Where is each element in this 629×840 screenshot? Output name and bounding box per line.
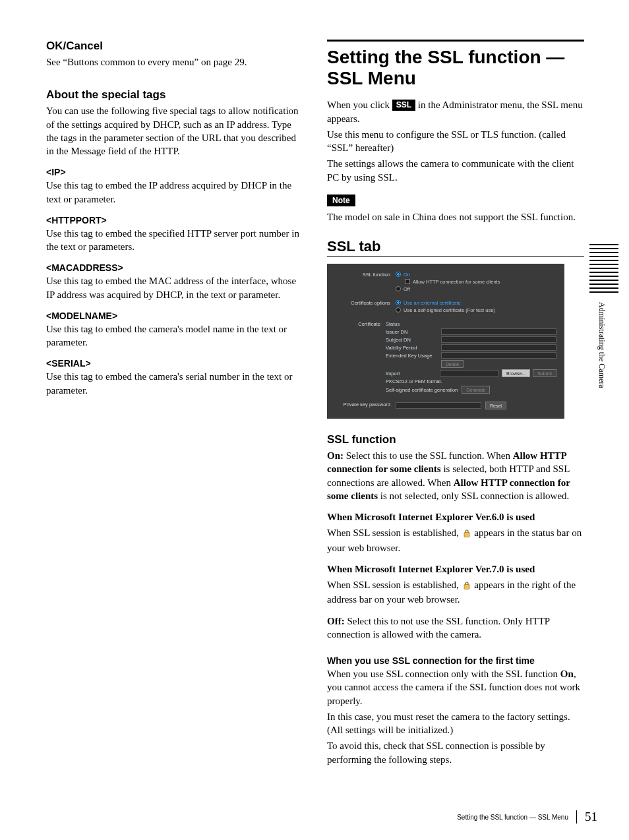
ok-cancel-heading: OK/Cancel xyxy=(46,40,303,53)
intro-line-3: The settings allows the camera to commun… xyxy=(327,157,584,184)
shot-allow-http-row[interactable]: Allow HTTP connection for some clients xyxy=(396,279,556,285)
shot-external-text: Use an external certificate xyxy=(404,300,461,306)
side-tab-label: Administrating the Camera xyxy=(597,302,607,388)
note-body: The model on sale in China does not supp… xyxy=(327,210,584,224)
shot-selfsigned-text: Use a self-signed certificate (For test … xyxy=(404,307,495,313)
side-index-bars xyxy=(589,244,618,295)
ssl-on-paragraph: On: Select this to use the SSL function.… xyxy=(327,449,584,502)
shot-pk-label: Private key password xyxy=(335,402,396,407)
shot-browse-button[interactable]: Browse... xyxy=(502,369,530,377)
ft1-bold: On xyxy=(560,669,574,679)
shot-radio-on-row[interactable]: On xyxy=(396,272,556,278)
page-content: OK/Cancel See “Buttons common to every m… xyxy=(0,0,629,769)
on-body-3: is not selected, only SSL connection is … xyxy=(378,491,569,501)
shot-allow-http-text: Allow HTTP connection for some clients xyxy=(413,279,500,285)
left-column: OK/Cancel See “Buttons common to every m… xyxy=(46,40,303,769)
on-label: On: xyxy=(327,450,344,461)
ie6-heading: When Microsoft Internet Explorer Ver.6.0… xyxy=(327,510,584,524)
ssl-function-subheading: SSL function xyxy=(327,433,584,446)
shot-subjectdn-label: Subject DN xyxy=(386,337,437,343)
svg-rect-0 xyxy=(464,533,469,537)
footer-caption: Setting the SSL function — SSL Menu xyxy=(457,814,568,821)
page-footer: Setting the SSL function — SSL Menu 51 xyxy=(457,810,597,824)
tag-httpport-heading: <HTTPPORT> xyxy=(46,215,303,225)
first-time-body-3: To avoid this, check that SSL connection… xyxy=(327,739,584,766)
shot-on-text: On xyxy=(404,272,410,278)
shot-cert-options-label: Certificate options xyxy=(335,300,396,306)
shot-issuerdn-label: Issuer DN xyxy=(386,329,437,335)
right-column: Setting the SSL function — SSL Menu When… xyxy=(327,40,584,769)
radio-on-icon xyxy=(396,272,401,277)
intro-prefix: When you click xyxy=(327,100,392,110)
page-number: 51 xyxy=(585,810,597,824)
ssl-tab-heading: SSL tab xyxy=(327,238,584,257)
special-tags-intro: You can use the following five special t… xyxy=(46,104,303,158)
tag-macaddress-desc: Use this tag to embed the MAC address of… xyxy=(46,274,303,301)
shot-extkey-input[interactable] xyxy=(441,352,556,359)
special-tags-heading: About the special tags xyxy=(46,88,303,102)
shot-ssl-function-label: SSL function xyxy=(335,272,396,278)
tag-serial-desc: Use this tag to embed the camera's seria… xyxy=(46,370,303,397)
ie7-body: When SSL session is established, appears… xyxy=(327,578,584,607)
tag-ip-desc: Use this tag to embed the IP address acq… xyxy=(46,179,303,206)
ie7-pre: When SSL session is established, xyxy=(327,580,462,590)
shot-validity-label: Validity Period xyxy=(386,345,437,351)
note-label: Note xyxy=(327,195,355,206)
shot-reset-button[interactable]: Reset xyxy=(485,402,506,409)
ie6-pre: When SSL session is established, xyxy=(327,527,462,538)
ie6-body: When SSL session is established, appears… xyxy=(327,526,584,555)
ssl-pill: SSL xyxy=(392,100,415,110)
ssl-off-paragraph: Off: Select this to not use the SSL func… xyxy=(327,615,584,642)
shot-import-label: Import xyxy=(386,371,437,376)
shot-pkcs-hint: PKCS#12 or PEM format. xyxy=(386,378,442,384)
shot-subjectdn-input[interactable] xyxy=(441,336,556,343)
shot-off-text: Off xyxy=(404,286,410,292)
shot-validity-input[interactable] xyxy=(441,344,556,351)
intro-line-1: When you click SSL in the Administrator … xyxy=(327,98,584,125)
off-body: Select this to not use the SSL function.… xyxy=(327,616,550,640)
tag-httpport-desc: Use this tag to embed the specified HTTP… xyxy=(46,227,303,254)
shot-radio-selfsigned-row[interactable]: Use a self-signed certificate (For test … xyxy=(396,307,556,313)
ie7-heading: When Microsoft Internet Explorer Ver.7.0… xyxy=(327,562,584,576)
shot-certificate-label: Certificate xyxy=(335,321,386,327)
ft1-pre: When you use SSL connection only with th… xyxy=(327,669,560,679)
shot-issuerdn-input[interactable] xyxy=(441,328,556,335)
radio-external-icon xyxy=(396,300,401,305)
tag-macaddress-heading: <MACADDRESS> xyxy=(46,262,303,273)
page-title: Setting the SSL function — SSL Menu xyxy=(327,40,584,89)
shot-status-label: Status xyxy=(386,321,437,327)
lock-icon xyxy=(463,527,471,541)
checkbox-icon xyxy=(405,279,410,284)
intro-line-2: Use this menu to configure the SSL or TL… xyxy=(327,128,584,155)
ie7-heading-text: When Microsoft Internet Explorer Ver.7.0… xyxy=(327,564,535,574)
shot-delete-button[interactable]: Delete xyxy=(441,360,464,368)
radio-selfsigned-icon xyxy=(396,307,401,313)
tag-serial-heading: <SERIAL> xyxy=(46,358,303,369)
shot-pk-input[interactable] xyxy=(396,402,481,409)
shot-submit-button[interactable]: Submit xyxy=(533,369,556,377)
first-time-body-1: When you use SSL connection only with th… xyxy=(327,667,584,707)
svg-rect-1 xyxy=(464,585,469,589)
first-time-body-2: In this case, you must reset the camera … xyxy=(327,710,584,737)
off-label: Off: xyxy=(327,616,345,626)
shot-radio-external-row[interactable]: Use an external certificate xyxy=(396,300,556,306)
tag-ip-heading: <IP> xyxy=(46,167,303,177)
shot-selfgen-label: Self-signed certificate generation xyxy=(386,387,458,393)
shot-import-input[interactable] xyxy=(440,370,499,376)
first-time-heading: When you use SSL connection for the firs… xyxy=(327,655,584,666)
ie6-heading-text: When Microsoft Internet Explorer Ver.6.0… xyxy=(327,512,535,522)
ssl-tab-screenshot: SSL function On Allow HTTP connection fo… xyxy=(327,264,564,419)
tag-modelname-heading: <MODELNAME> xyxy=(46,311,303,321)
shot-extkey-label: Extended Key Usage xyxy=(386,353,437,359)
footer-divider xyxy=(576,810,577,824)
ok-cancel-body: See “Buttons common to every menu” on pa… xyxy=(46,55,303,69)
on-body-1: Select this to use the SSL function. Whe… xyxy=(344,450,513,461)
radio-off-icon xyxy=(396,286,401,291)
shot-radio-off-row[interactable]: Off xyxy=(396,286,556,292)
tag-modelname-desc: Use this tag to embed the camera's model… xyxy=(46,322,303,349)
shot-generate-button[interactable]: Generate xyxy=(462,386,490,394)
lock-icon xyxy=(463,580,471,593)
